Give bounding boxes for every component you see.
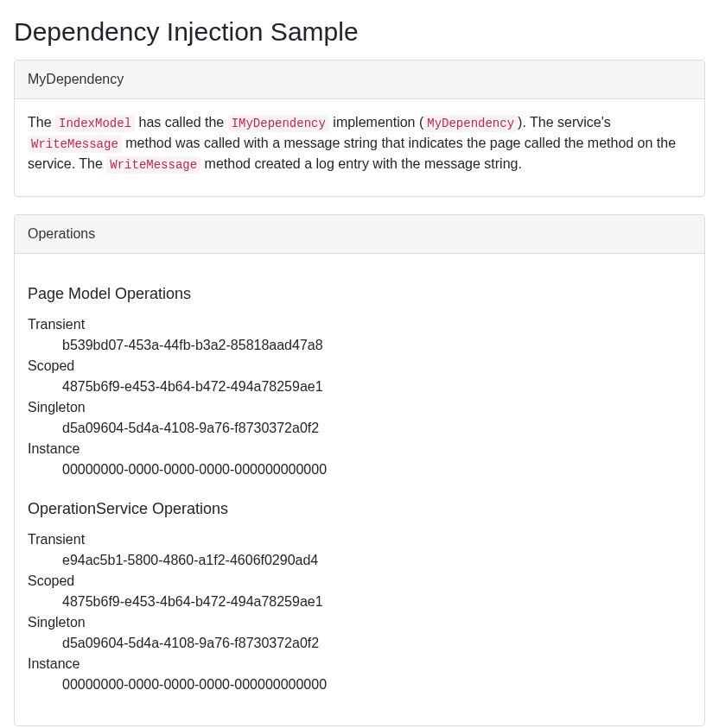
- mydependency-description: The IndexModel has called the IMyDepende…: [28, 112, 691, 174]
- transient-value: b539bd07-453a-44fb-b3a2-85818aad47a8: [62, 335, 691, 356]
- operation-service-operations-list: Transient e94ac5b1-5800-4860-a1f2-4606f0…: [28, 529, 691, 695]
- operations-panel-heading: Operations: [15, 215, 704, 254]
- text-part: implemention (: [329, 115, 423, 130]
- instance-label: Instance: [28, 654, 691, 674]
- mydependency-panel-heading: MyDependency: [15, 60, 704, 99]
- code-writemessage-2: WriteMessage: [106, 156, 200, 174]
- transient-label: Transient: [28, 529, 691, 550]
- code-imydependency: IMyDependency: [228, 115, 329, 132]
- page-model-operations-title: Page Model Operations: [28, 282, 691, 306]
- singleton-value: d5a09604-5d4a-4108-9a76-f8730372a0f2: [62, 418, 691, 439]
- operation-service-operations-title: OperationService Operations: [28, 497, 691, 521]
- instance-value: 00000000-0000-0000-0000-000000000000: [62, 459, 691, 480]
- code-writemessage: WriteMessage: [28, 136, 122, 153]
- transient-value: e94ac5b1-5800-4860-a1f2-4606f0290ad4: [62, 550, 691, 571]
- scoped-value: 4875b6f9-e453-4b64-b472-494a78259ae1: [62, 592, 691, 612]
- instance-label: Instance: [28, 439, 691, 459]
- transient-label: Transient: [28, 314, 691, 335]
- text-part: has called the: [135, 115, 228, 130]
- text-part: method created a log entry with the mess…: [200, 156, 522, 171]
- singleton-value: d5a09604-5d4a-4108-9a76-f8730372a0f2: [62, 633, 691, 654]
- mydependency-panel: MyDependency The IndexModel has called t…: [14, 60, 705, 197]
- code-mydependency: MyDependency: [423, 115, 518, 132]
- scoped-label: Scoped: [28, 356, 691, 377]
- scoped-label: Scoped: [28, 571, 691, 592]
- text-part: The: [28, 115, 55, 130]
- operations-panel-body: Page Model Operations Transient b539bd07…: [15, 254, 704, 725]
- singleton-label: Singleton: [28, 612, 691, 633]
- singleton-label: Singleton: [28, 397, 691, 418]
- page-model-operations-list: Transient b539bd07-453a-44fb-b3a2-85818a…: [28, 314, 691, 480]
- mydependency-panel-body: The IndexModel has called the IMyDepende…: [15, 99, 704, 196]
- page-title: Dependency Injection Sample: [14, 12, 705, 51]
- code-indexmodel: IndexModel: [55, 115, 135, 132]
- scoped-value: 4875b6f9-e453-4b64-b472-494a78259ae1: [62, 377, 691, 397]
- instance-value: 00000000-0000-0000-0000-000000000000: [62, 674, 691, 695]
- operations-panel: Operations Page Model Operations Transie…: [14, 214, 705, 726]
- text-part: ). The service's: [518, 115, 611, 130]
